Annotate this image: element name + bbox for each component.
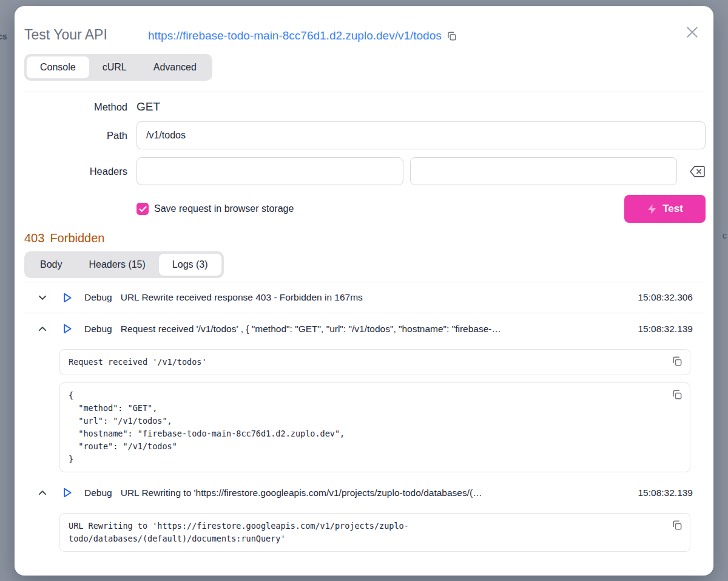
chevron-up-icon: [36, 323, 49, 335]
copy-log-button[interactable]: [671, 389, 683, 401]
tab-logs[interactable]: Logs (3): [159, 254, 221, 276]
log-timestamp: 15:08:32.306: [638, 292, 693, 303]
method-row: Method GET: [24, 100, 706, 114]
header-divider: [24, 92, 704, 92]
status-text: Forbidden: [50, 231, 104, 245]
log-message: Request received '/v1/todos' , { "method…: [121, 324, 629, 335]
log-detail-text: Request received '/v1/todos': [69, 356, 661, 369]
header-value-input[interactable]: [410, 157, 677, 185]
copy-icon: [671, 355, 683, 367]
copy-log-button[interactable]: [671, 355, 683, 367]
copy-icon: [446, 30, 457, 42]
bolt-icon: [647, 204, 657, 214]
log-detail-block: { "method": "GET", "url": "/v1/todos", "…: [59, 382, 690, 472]
log-detail-json: { "method": "GET", "url": "/v1/todos", "…: [69, 389, 661, 466]
play-icon: [61, 486, 73, 499]
close-button[interactable]: [684, 24, 700, 40]
replay-log-button[interactable]: [61, 322, 73, 335]
tab-response-headers[interactable]: Headers (15): [75, 254, 158, 276]
path-row: Path: [24, 121, 706, 149]
copy-url-button[interactable]: [446, 30, 457, 42]
api-url-row: https://firebase-todo-main-8cc76d1.d2.zu…: [148, 29, 457, 42]
tab-curl[interactable]: cURL: [89, 56, 140, 78]
logs-panel: Debug URL Rewrite received response 403 …: [15, 282, 713, 552]
log-row: Debug Request received '/v1/todos' , { "…: [24, 313, 704, 344]
close-icon: [684, 24, 700, 40]
replay-log-button[interactable]: [61, 486, 73, 499]
log-timestamp: 15:08:32.139: [638, 324, 693, 335]
page-backdrop: cs c Test Your API https://firebase-todo…: [0, 0, 728, 581]
copy-log-button[interactable]: [671, 519, 683, 531]
path-input[interactable]: [136, 121, 706, 149]
background-text-fragment: c: [723, 231, 727, 240]
request-tab-group: Console cURL Advanced: [24, 54, 212, 81]
response-status: 403Forbidden: [24, 231, 704, 245]
log-detail-block: Request received '/v1/todos': [59, 349, 690, 375]
log-level: Debug: [84, 292, 112, 303]
headers-label: Headers: [24, 166, 136, 177]
replay-log-button[interactable]: [61, 291, 73, 304]
headers-row: Headers: [24, 157, 706, 185]
checkbox-checked-icon: [136, 203, 149, 215]
path-label: Path: [24, 130, 136, 141]
api-url-link[interactable]: https://firebase-todo-main-8cc76d1.d2.zu…: [148, 29, 442, 42]
method-value: GET: [136, 100, 160, 114]
collapse-log-button[interactable]: [36, 487, 49, 499]
play-icon: [61, 322, 73, 335]
play-icon: [61, 291, 73, 304]
log-row: Debug URL Rewrite received response 403 …: [24, 282, 704, 313]
save-request-checkbox[interactable]: Save request in browser storage: [136, 203, 294, 215]
method-label: Method: [24, 101, 136, 113]
log-detail-block: URL Rewriting to 'https://firestore.goog…: [59, 513, 690, 552]
page-title: Test Your API: [24, 27, 148, 43]
test-button-label: Test: [662, 203, 683, 215]
log-message: URL Rewriting to 'https://firestore.goog…: [121, 488, 629, 498]
form-actions: Save request in browser storage Test: [15, 195, 713, 223]
chevron-down-icon: [36, 291, 49, 304]
modal-header: Test Your API https://firebase-todo-main…: [15, 6, 713, 43]
collapse-log-button[interactable]: [36, 323, 49, 335]
backspace-icon: [689, 165, 706, 178]
copy-icon: [671, 519, 683, 531]
save-request-label: Save request in browser storage: [154, 203, 294, 214]
header-key-input[interactable]: [136, 157, 403, 185]
tab-console[interactable]: Console: [27, 56, 89, 78]
remove-header-button[interactable]: [689, 165, 706, 178]
expand-log-button[interactable]: [36, 291, 49, 304]
log-detail-text: URL Rewriting to 'https://firestore.goog…: [69, 520, 417, 545]
copy-icon: [671, 389, 683, 401]
chevron-up-icon: [36, 487, 49, 499]
tab-body[interactable]: Body: [27, 254, 75, 276]
log-level: Debug: [84, 324, 112, 335]
log-level: Debug: [84, 488, 112, 498]
response-tab-group: Body Headers (15) Logs (3): [24, 251, 224, 278]
log-timestamp: 15:08:32.139: [638, 488, 693, 498]
status-code: 403: [24, 231, 44, 245]
tab-advanced[interactable]: Advanced: [140, 56, 210, 78]
log-message: URL Rewrite received response 403 - Forb…: [121, 292, 629, 303]
log-row: Debug URL Rewriting to 'https://firestor…: [24, 477, 704, 508]
test-api-modal: Test Your API https://firebase-todo-main…: [15, 6, 713, 576]
request-form: Method GET Path Headers: [15, 100, 713, 185]
background-text-fragment: cs: [0, 32, 7, 41]
test-button[interactable]: Test: [624, 195, 706, 223]
